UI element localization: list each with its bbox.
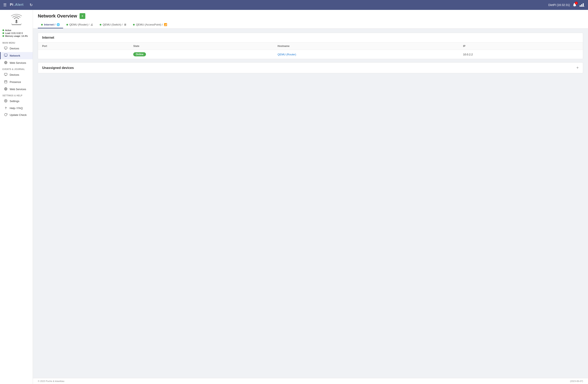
network-icon (4, 54, 8, 58)
memory-label: Memory usage: 14.4% (5, 35, 28, 37)
page-title: Network Overview (38, 13, 77, 19)
page-title-row: Network Overview + (38, 13, 583, 19)
footer: © 2023 Puche & leiweibau (2023-06-07) (33, 378, 588, 384)
navbar-right: DietPi (16:32:31) 1 (548, 2, 585, 8)
network-icon (579, 2, 585, 8)
main-content: Network Overview + Internet / 🌐 QEMU (Ro… (33, 10, 588, 384)
cell-port (38, 50, 129, 59)
memory-dot (2, 35, 4, 37)
menu-icon[interactable]: ☰ (3, 3, 7, 7)
active-label: Active (5, 29, 11, 31)
sidebar-status: Active Load: 0.01 0.02 0 Memory usage: 1… (0, 29, 33, 40)
col-state: State (129, 43, 273, 50)
svg-rect-14 (4, 54, 7, 56)
active-dot (2, 29, 4, 31)
tabs: Internet / 🌐 QEMU (Router) / 🖨 QEMU (Swi… (38, 22, 583, 28)
footer-copyright: © 2023 Puche & leiweibau (38, 380, 64, 382)
hostname-link[interactable]: QEMU (Router) (277, 53, 296, 56)
tab-internet[interactable]: Internet / 🌐 (38, 22, 63, 28)
svg-rect-18 (4, 73, 7, 75)
refresh-icon[interactable]: ↻ (30, 3, 33, 7)
svg-rect-4 (583, 3, 584, 6)
tab-switch-icon: 🖥 (124, 23, 126, 26)
sidebar-item-web-services-events[interactable]: Web Services (0, 86, 33, 93)
sidebar-item-web-services-main[interactable]: Web Services (0, 59, 33, 67)
svg-point-26 (5, 100, 6, 101)
tab-qemu-ap[interactable]: QEMU (AccessPoint) / 📶 (130, 22, 170, 28)
settings-label: SETTINGS & HELP (0, 93, 33, 97)
navbar: ☰ Pi .Alert ↻ DietPi (16:32:31) 1 (0, 0, 588, 10)
svg-point-6 (16, 20, 17, 22)
tab-qemu-switch[interactable]: QEMU (Switch) / 🖥 (96, 22, 130, 28)
table-row: Online QEMU (Router) 10.0.2.2 (38, 50, 583, 59)
sidebar-item-devices-main[interactable]: Devices (0, 45, 33, 52)
cell-ip: 10.0.2.2 (459, 50, 583, 59)
tab-ap-label: QEMU (AccessPoint) / (136, 23, 163, 26)
load-label: Load: 0.01 0.02 0 (5, 32, 23, 34)
svg-text:.Alert: .Alert (14, 3, 23, 7)
sidebar-item-presence[interactable]: Presence (0, 78, 33, 86)
sidebar-item-settings[interactable]: Settings (0, 97, 33, 105)
internet-section: Internet Port State Hostname IP (38, 33, 583, 59)
sidebar-item-network[interactable]: Network (0, 52, 33, 59)
sidebar: Active Load: 0.01 0.02 0 Memory usage: 1… (0, 10, 33, 384)
tab-router-icon: 🖨 (90, 23, 93, 26)
web-services-events-icon (4, 87, 8, 91)
bell-button[interactable]: 1 (572, 2, 577, 8)
events-label: EVENTS & JOURNAL (0, 67, 33, 71)
svg-text:Pi: Pi (10, 3, 13, 7)
tab-switch-dot (100, 24, 101, 25)
presence-icon (4, 80, 8, 84)
unassigned-title: Unassigned devices (42, 66, 74, 70)
update-icon (4, 113, 8, 117)
status-active: Active (2, 29, 30, 31)
cell-hostname: QEMU (Router) (273, 50, 459, 59)
devices-main-label: Devices (10, 47, 19, 50)
content-area: Internet Port State Hostname IP (33, 29, 588, 378)
svg-rect-5 (579, 6, 584, 7)
navbar-time: DietPi (16:32:31) (548, 3, 570, 7)
unassigned-row: Unassigned devices + (38, 63, 583, 73)
tab-router-label: QEMU (Router) / (69, 23, 89, 26)
svg-rect-3 (581, 4, 582, 6)
tab-internet-label: Internet / (44, 23, 55, 26)
status-badge: Online (133, 52, 146, 56)
help-label: Help / FAQ (10, 107, 23, 110)
col-port: Port (38, 43, 129, 50)
table-header-row: Port State Hostname IP (38, 43, 583, 50)
internet-section-title: Internet (38, 33, 583, 43)
page-header: Network Overview + Internet / 🌐 QEMU (Ro… (33, 10, 588, 29)
devices-main-icon (4, 46, 8, 50)
tab-ap-icon: 📶 (164, 23, 167, 26)
tab-internet-icon: 🌐 (57, 23, 60, 26)
status-memory: Memory usage: 14.4% (2, 35, 30, 37)
table-header: Port State Hostname IP (38, 43, 583, 50)
sidebar-logo-svg (9, 14, 24, 25)
network-status-icon (579, 2, 585, 7)
cell-state: Online (129, 50, 273, 59)
web-services-main-label: Web Services (10, 61, 26, 64)
svg-point-7 (15, 21, 18, 23)
col-hostname: Hostname (273, 43, 459, 50)
navbar-left: ☰ Pi .Alert ↻ (3, 2, 33, 8)
brand-logo: Pi .Alert (10, 2, 26, 8)
devices-events-label: Devices (10, 73, 19, 76)
presence-label: Presence (10, 80, 21, 84)
tab-internet-dot (41, 24, 43, 25)
update-check-label: Update Check (10, 113, 26, 116)
sidebar-logo (0, 12, 33, 29)
network-label: Network (10, 54, 20, 57)
devices-events-icon (4, 73, 8, 77)
tab-qemu-router[interactable]: QEMU (Router) / 🖨 (63, 22, 97, 28)
web-services-main-icon (4, 61, 8, 65)
sidebar-item-devices-events[interactable]: Devices (0, 71, 33, 78)
tab-switch-label: QEMU (Switch) / (103, 23, 123, 26)
expand-button[interactable]: + (576, 66, 579, 70)
sidebar-item-help[interactable]: ? Help / FAQ (0, 105, 33, 111)
main-menu-label: MAIN MENU (0, 40, 33, 45)
settings-icon (4, 99, 8, 103)
add-button[interactable]: + (80, 13, 85, 19)
sidebar-item-update-check[interactable]: Update Check (0, 111, 33, 118)
svg-rect-11 (4, 47, 7, 49)
tab-router-dot (66, 24, 68, 25)
